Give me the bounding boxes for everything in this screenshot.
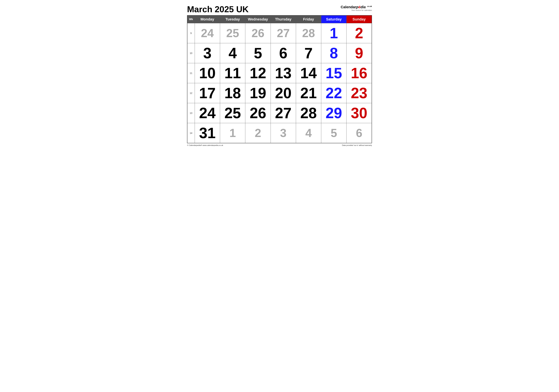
date-number: 2: [255, 127, 261, 140]
date-cell[interactable]: 26: [245, 103, 270, 123]
calendar-footer: © Calendarpedia® www.calendarpedia.co.uk…: [187, 144, 372, 146]
week-number-13: 13: [187, 103, 195, 123]
date-cell[interactable]: 5: [245, 43, 270, 63]
date-cell[interactable]: 19: [245, 83, 270, 103]
date-cell[interactable]: 20: [270, 83, 296, 103]
page-title: March 2025 UK: [187, 5, 249, 14]
date-cell[interactable]: 12: [245, 63, 270, 83]
week-number-11: 11: [187, 63, 195, 83]
date-cell[interactable]: 2: [346, 23, 372, 43]
date-cell[interactable]: 6: [270, 43, 296, 63]
col-header-sunday: Sunday: [346, 15, 372, 23]
date-number: 18: [224, 85, 241, 101]
date-cell[interactable]: 4: [296, 123, 321, 143]
col-header-tuesday: Tuesday: [220, 15, 245, 23]
logo-brand: Calendarpédia .co.uk: [341, 5, 372, 9]
date-number: 8: [330, 45, 338, 61]
date-number: 3: [280, 127, 286, 140]
date-cell[interactable]: 5: [321, 123, 346, 143]
date-cell[interactable]: 21: [296, 83, 321, 103]
date-number: 11: [224, 65, 241, 81]
col-header-saturday: Saturday: [321, 15, 346, 23]
date-cell[interactable]: 29: [321, 103, 346, 123]
date-number: 26: [250, 105, 266, 121]
date-number: 28: [300, 105, 317, 121]
date-cell[interactable]: 30: [346, 103, 372, 123]
date-cell[interactable]: 1: [220, 123, 245, 143]
col-header-wednesday: Wednesday: [245, 15, 270, 23]
date-cell[interactable]: 6: [346, 123, 372, 143]
date-cell[interactable]: 23: [346, 83, 372, 103]
date-cell[interactable]: 17: [195, 83, 220, 103]
date-cell[interactable]: 1: [321, 23, 346, 43]
col-header-thursday: Thursday: [270, 15, 296, 23]
date-cell[interactable]: 13: [270, 63, 296, 83]
date-cell[interactable]: 2: [245, 123, 270, 143]
date-number: 12: [250, 65, 266, 81]
date-cell[interactable]: 15: [321, 63, 346, 83]
date-number: 5: [254, 45, 262, 61]
date-number: 23: [351, 85, 367, 101]
date-cell[interactable]: 28: [296, 23, 321, 43]
date-number: 17: [199, 85, 216, 101]
date-cell[interactable]: 10: [195, 63, 220, 83]
date-cell[interactable]: 26: [245, 23, 270, 43]
date-number: 6: [356, 127, 362, 140]
date-cell[interactable]: 8: [321, 43, 346, 63]
date-number: 2: [355, 25, 363, 41]
header-row: Wk Monday Tuesday Wednesday Thursday Fri…: [187, 15, 372, 23]
date-number: 27: [275, 105, 292, 121]
date-cell[interactable]: 25: [220, 23, 245, 43]
date-cell[interactable]: 25: [220, 103, 245, 123]
date-cell[interactable]: 31: [195, 123, 220, 143]
date-cell[interactable]: 11: [220, 63, 245, 83]
date-number: 24: [201, 27, 214, 40]
date-number: 5: [331, 127, 337, 140]
date-number: 24: [199, 105, 216, 121]
date-cell[interactable]: 14: [296, 63, 321, 83]
date-number: 3: [203, 45, 212, 61]
date-cell[interactable]: 9: [346, 43, 372, 63]
week-number-12: 12: [187, 83, 195, 103]
date-number: 13: [275, 65, 292, 81]
date-cell[interactable]: 27: [270, 23, 296, 43]
date-number: 27: [277, 27, 290, 40]
date-number: 26: [252, 27, 264, 40]
calendar-body: 9242526272812103456789111011121314151612…: [187, 23, 372, 143]
week-row-11: 1110111213141516: [187, 63, 372, 83]
footer-left: © Calendarpedia® www.calendarpedia.co.uk: [187, 144, 223, 146]
date-number: 16: [351, 65, 367, 81]
date-cell[interactable]: 18: [220, 83, 245, 103]
week-number-9: 9: [187, 23, 195, 43]
date-cell[interactable]: 24: [195, 23, 220, 43]
date-number: 25: [226, 27, 239, 40]
week-row-13: 1324252627282930: [187, 103, 372, 123]
date-cell[interactable]: 22: [321, 83, 346, 103]
date-number: 22: [326, 85, 342, 101]
logo-subtitle: Your source for calendars: [341, 9, 372, 11]
date-cell[interactable]: 3: [195, 43, 220, 63]
date-cell[interactable]: 24: [195, 103, 220, 123]
week-row-12: 1217181920212223: [187, 83, 372, 103]
date-cell[interactable]: 4: [220, 43, 245, 63]
week-number-14: 14: [187, 123, 195, 143]
calendar-header: March 2025 UK Calendarpédia .co.uk Your …: [187, 5, 372, 14]
date-cell[interactable]: 16: [346, 63, 372, 83]
date-cell[interactable]: 3: [270, 123, 296, 143]
date-number: 19: [250, 85, 266, 101]
week-row-9: 9242526272812: [187, 23, 372, 43]
date-number: 7: [304, 45, 313, 61]
date-cell[interactable]: 28: [296, 103, 321, 123]
page-wrapper: March 2025 UK Calendarpédia .co.uk Your …: [184, 3, 375, 149]
week-row-14: 1431123456: [187, 123, 372, 143]
col-header-wk: Wk: [187, 15, 195, 23]
date-number: 29: [326, 105, 342, 121]
date-cell[interactable]: 7: [296, 43, 321, 63]
logo-area: Calendarpédia .co.uk Your source for cal…: [341, 5, 372, 11]
logo-calendar-text: Calendar: [341, 5, 356, 9]
date-number: 28: [302, 27, 315, 40]
date-number: 15: [326, 65, 342, 81]
logo-pedia-text: pédia: [356, 5, 366, 9]
date-cell[interactable]: 27: [270, 103, 296, 123]
calendar-table: Wk Monday Tuesday Wednesday Thursday Fri…: [187, 15, 372, 143]
